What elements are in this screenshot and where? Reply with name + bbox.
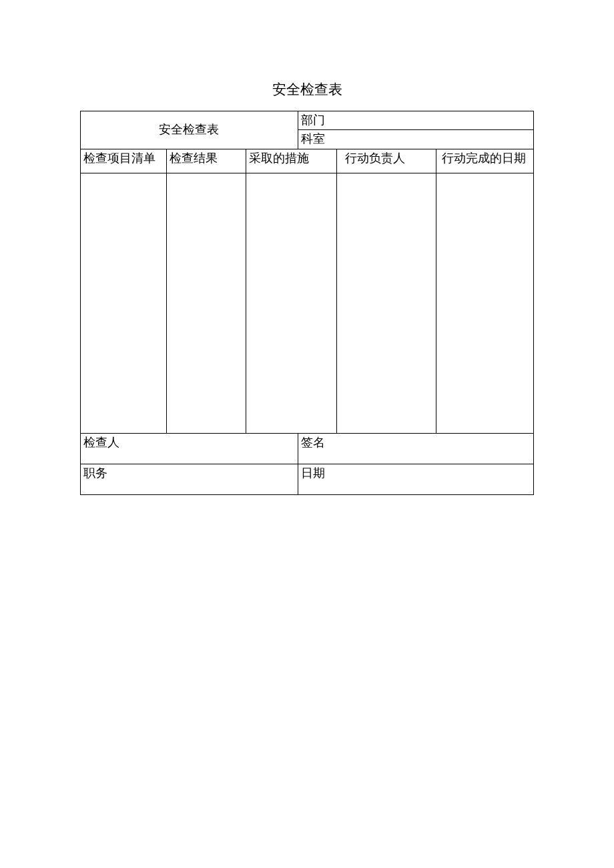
col-header-items: 检查项目清单 bbox=[81, 149, 167, 173]
col-header-measures: 采取的措施 bbox=[246, 149, 336, 173]
cell-measures bbox=[246, 173, 336, 433]
page-title: 安全检查表 bbox=[80, 80, 534, 99]
dept-label: 部门 bbox=[298, 111, 533, 130]
signature-label: 签名 bbox=[298, 433, 533, 464]
form-name-cell: 安全检查表 bbox=[81, 111, 298, 149]
col-header-result: 检查结果 bbox=[167, 149, 246, 173]
col-header-date: 行动完成的日期 bbox=[436, 149, 533, 173]
cell-items bbox=[81, 173, 167, 433]
cell-date bbox=[436, 173, 533, 433]
section-label: 科室 bbox=[298, 130, 533, 149]
date-label: 日期 bbox=[298, 464, 533, 494]
page: 安全检查表 安全检查表 部门 科室 检查项目清单 检查结果 采取的措施 行动负责… bbox=[0, 0, 614, 495]
inspector-label: 检查人 bbox=[81, 433, 298, 464]
position-label: 职务 bbox=[81, 464, 298, 494]
cell-result bbox=[167, 173, 246, 433]
col-header-owner: 行动负责人 bbox=[336, 149, 436, 173]
cell-owner bbox=[336, 173, 436, 433]
safety-checklist-table: 安全检查表 部门 科室 检查项目清单 检查结果 采取的措施 行动负责人 行动完成… bbox=[80, 111, 534, 495]
